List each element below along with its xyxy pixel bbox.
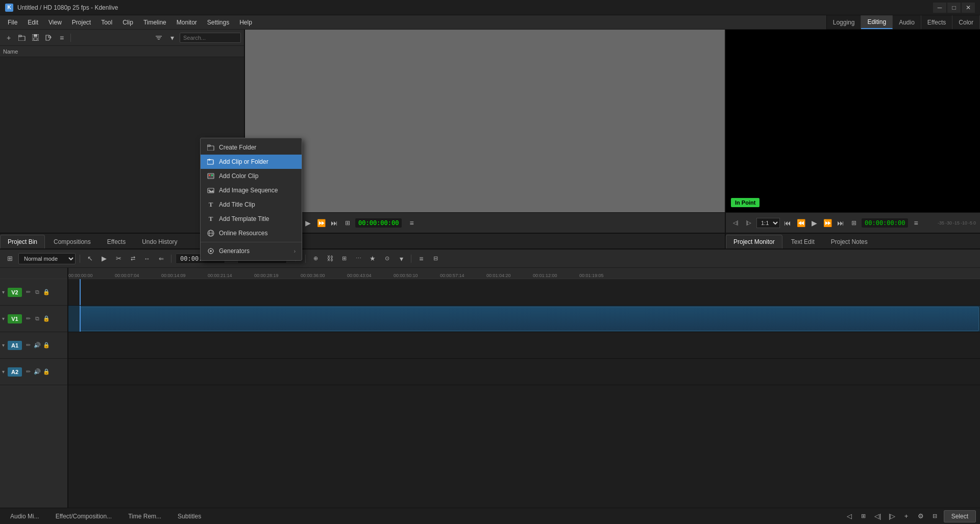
tl-group-btn[interactable]: ⊞ (338, 253, 350, 264)
close-button[interactable]: ✕ (962, 3, 975, 13)
bottom-btn-6[interactable]: ⚙ (915, 511, 926, 522)
tl-settings-btn[interactable]: ≡ (415, 253, 427, 264)
pm-fwd-btn[interactable]: ⏩ (822, 217, 833, 229)
add-clip-button[interactable]: + (3, 32, 14, 43)
tag-button[interactable] (43, 32, 54, 43)
v2-collapse-arrow[interactable]: ▾ (2, 289, 5, 295)
tl-cut-btn[interactable]: ✂ (113, 253, 124, 264)
workspace-editing[interactable]: Editing (861, 15, 893, 29)
tab-time-remap[interactable]: Time Rem... (122, 511, 167, 522)
tl-clip-mode-btn[interactable]: ⊞ (4, 253, 15, 264)
menu-add-color-clip[interactable]: Add Color Clip (201, 169, 302, 183)
project-bin-content[interactable]: Create Folder Add Clip or Folder Add Col… (0, 57, 244, 233)
v1-collapse-arrow[interactable]: ▾ (2, 316, 5, 321)
v2-copy-btn[interactable]: ⧉ (33, 288, 41, 296)
monitor-next-btn[interactable]: ⏭ (329, 217, 340, 229)
monitor-play-btn[interactable]: ▶ (302, 217, 313, 229)
bottom-btn-7[interactable]: ⊟ (929, 511, 941, 522)
monitor-fullscreen-btn[interactable]: ⊞ (342, 217, 353, 229)
menu-create-folder[interactable]: Create Folder (201, 140, 302, 155)
search-input[interactable] (180, 33, 241, 43)
a1-lock-btn[interactable]: 🔒 (42, 341, 51, 350)
menu-add-template-title[interactable]: T Add Template Title (201, 212, 302, 226)
bottom-btn-1[interactable]: ◁ (844, 511, 855, 522)
pm-out-btn[interactable]: |▷ (743, 217, 754, 229)
mode-select[interactable]: Normal mode Overwrite mode Insert mode (18, 253, 76, 264)
tl-split-audio-btn[interactable]: ⋯ (353, 253, 364, 264)
tl-play-btn[interactable]: ▶ (99, 253, 110, 264)
tl-split-btn[interactable]: ⇄ (127, 253, 138, 264)
filter-arrow-button[interactable]: ▾ (166, 32, 178, 43)
list-view-button[interactable]: ≡ (56, 32, 67, 43)
pm-in-btn[interactable]: ◁| (730, 217, 741, 229)
pm-settings-btn[interactable]: ≡ (910, 217, 921, 229)
pm-play-btn[interactable]: ▶ (808, 217, 820, 229)
workspace-color[interactable]: Color (952, 15, 980, 29)
menu-online-resources[interactable]: Online Resources (201, 226, 302, 240)
a1-pencil-btn[interactable]: ✏ (24, 341, 32, 350)
timeline-tracks[interactable]: 00:00:00:00 00:00:07:04 00:00:14:09 00:0… (68, 268, 980, 520)
workspace-logging[interactable]: Logging (827, 15, 862, 29)
open-folder-button[interactable] (16, 32, 28, 43)
menu-clip[interactable]: Clip (117, 17, 138, 28)
pm-rewind-btn[interactable]: ⏪ (795, 217, 806, 229)
tab-effects[interactable]: Effects (100, 235, 133, 248)
tab-text-edit[interactable]: Text Edit (783, 235, 822, 248)
tl-rec-btn[interactable]: ⊙ (381, 253, 393, 264)
tab-project-bin[interactable]: Project Bin (0, 235, 45, 248)
v2-lock-btn[interactable]: 🔒 (42, 288, 51, 296)
tl-select-btn[interactable]: ↖ (84, 253, 95, 264)
pm-fullscreen-btn[interactable]: ⊞ (848, 217, 860, 229)
tl-resize-btn[interactable]: ↔ (141, 253, 153, 264)
pm-next-btn[interactable]: ⏭ (835, 217, 846, 229)
a1-collapse-arrow[interactable]: ▾ (2, 342, 5, 348)
v1-copy-btn[interactable]: ⧉ (33, 315, 41, 323)
tab-undo-history[interactable]: Undo History (134, 235, 185, 248)
bottom-btn-4[interactable]: |▷ (887, 511, 898, 522)
a1-audio-btn[interactable]: 🔊 (33, 341, 41, 350)
v1-lock-btn[interactable]: 🔒 (42, 315, 51, 323)
menu-timeline[interactable]: Timeline (138, 17, 172, 28)
tab-project-notes[interactable]: Project Notes (823, 235, 875, 248)
select-button[interactable]: Select (944, 510, 976, 522)
menu-help[interactable]: Help (234, 17, 257, 28)
a2-collapse-arrow[interactable]: ▾ (2, 369, 5, 375)
tl-snap-btn[interactable]: ⊕ (310, 253, 321, 264)
filter-button[interactable] (153, 32, 164, 43)
tl-spacer-btn[interactable]: ⇐ (156, 253, 167, 264)
monitor-settings-btn[interactable]: ≡ (406, 217, 417, 229)
v1-clip[interactable] (80, 307, 979, 331)
v2-pencil-btn[interactable]: ✏ (24, 288, 32, 296)
tab-subtitles[interactable]: Subtitles (172, 511, 207, 522)
menu-file[interactable]: File (3, 17, 22, 28)
minimize-button[interactable]: ─ (933, 3, 946, 13)
pm-prev-btn[interactable]: ⏮ (782, 217, 793, 229)
menu-monitor[interactable]: Monitor (172, 17, 202, 28)
monitor-fwd-btn[interactable]: ⏩ (315, 217, 327, 229)
menu-project[interactable]: Project (67, 17, 96, 28)
menu-edit[interactable]: Edit (22, 17, 43, 28)
tl-subtitle-btn[interactable]: ⊟ (430, 253, 441, 264)
menu-add-title-clip[interactable]: T Add Title Clip (201, 197, 302, 212)
menu-add-image-sequence[interactable]: Add Image Sequence (201, 183, 302, 197)
a2-audio-btn[interactable]: 🔊 (33, 368, 41, 376)
zoom-select[interactable]: 1:1 1:2 2:1 Fit (756, 218, 780, 228)
tl-marker-btn[interactable]: ▾ (396, 253, 407, 264)
maximize-button[interactable]: □ (947, 3, 961, 13)
tab-compositions[interactable]: Compositions (46, 235, 99, 248)
menu-settings[interactable]: Settings (202, 17, 234, 28)
tab-project-monitor[interactable]: Project Monitor (726, 235, 782, 248)
a2-lock-btn[interactable]: 🔒 (42, 368, 51, 376)
workspace-effects[interactable]: Effects (921, 15, 952, 29)
a2-pencil-btn[interactable]: ✏ (24, 368, 32, 376)
menu-add-clip-folder[interactable]: Add Clip or Folder (201, 155, 302, 169)
tab-effect-composition[interactable]: Effect/Composition... (50, 511, 118, 522)
bottom-btn-3[interactable]: ◁| (872, 511, 884, 522)
menu-view[interactable]: View (43, 17, 67, 28)
tab-audio-mixer[interactable]: Audio Mi... (4, 511, 45, 522)
bottom-btn-2[interactable]: ⊞ (858, 511, 869, 522)
tl-link-btn[interactable]: ⛓ (324, 253, 335, 264)
menu-generators[interactable]: Generators › (201, 244, 302, 258)
menu-tool[interactable]: Tool (96, 17, 117, 28)
bottom-btn-5[interactable]: + (901, 511, 912, 522)
